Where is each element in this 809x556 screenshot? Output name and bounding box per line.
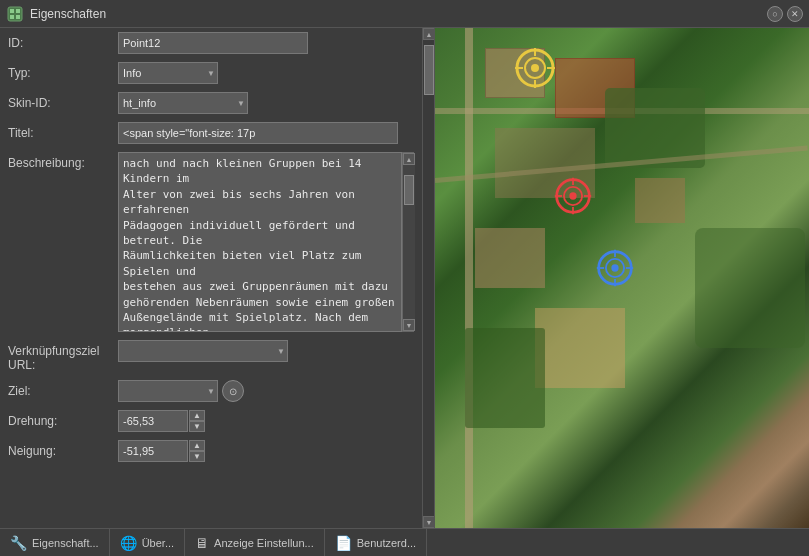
form-row-titel: Titel:: [0, 118, 422, 148]
control-drehung: ▲ ▼: [118, 410, 414, 432]
textarea-scrollbar: ▲ ▼: [402, 152, 414, 332]
control-ziel: ⊙: [118, 380, 414, 402]
left-panel: ID: Typ: Info Point Area: [0, 28, 435, 528]
skinid-select-wrapper: ht_info ht_point ht_area: [118, 92, 248, 114]
tab-anzeige[interactable]: 🖥 Anzeige Einstellun...: [185, 529, 325, 556]
tab-eigenschaften[interactable]: 🔧 Eigenschaft...: [0, 529, 110, 556]
minimize-button[interactable]: ○: [767, 6, 783, 22]
svg-rect-4: [16, 15, 20, 19]
titel-input[interactable]: [118, 122, 398, 144]
form-area: ID: Typ: Info Point Area: [0, 28, 422, 528]
form-row-typ: Typ: Info Point Area: [0, 58, 422, 88]
form-row-beschreibung: Beschreibung: nach und nach kleinen Grup…: [0, 148, 422, 336]
form-row-neigung: Neigung: ▲ ▼: [0, 436, 422, 466]
textarea-scroll-thumb[interactable]: [404, 175, 414, 205]
close-button[interactable]: ✕: [787, 6, 803, 22]
svg-point-14: [569, 192, 576, 199]
tab-ueber[interactable]: 🌐 Über...: [110, 529, 185, 556]
neigung-input[interactable]: [118, 440, 188, 462]
green-area-3: [695, 228, 805, 348]
ziel-circle-button[interactable]: ⊙: [222, 380, 244, 402]
svg-point-21: [611, 264, 618, 271]
building-5: [535, 308, 625, 388]
tab-eigenschaften-icon: 🔧: [10, 535, 27, 551]
svg-point-7: [531, 64, 539, 72]
control-neigung: ▲ ▼: [118, 440, 414, 462]
url-select-wrapper: [118, 340, 288, 362]
window-title: Eigenschaften: [30, 7, 767, 21]
svg-rect-2: [16, 9, 20, 13]
form-row-skinid: Skin-ID: ht_info ht_point ht_area: [0, 88, 422, 118]
label-url: Verknüpfungsziel URL:: [8, 340, 118, 372]
title-bar-controls: ○ ✕: [767, 6, 803, 22]
control-typ: Info Point Area: [118, 62, 414, 84]
typ-select[interactable]: Info Point Area: [118, 62, 218, 84]
control-titel: [118, 122, 414, 144]
neigung-up-btn[interactable]: ▲: [189, 440, 205, 451]
panel-scroll-track: [423, 40, 434, 516]
main-content: ID: Typ: Info Point Area: [0, 28, 809, 528]
drehung-down-btn[interactable]: ▼: [189, 421, 205, 432]
textarea-scroll-down[interactable]: ▼: [403, 319, 415, 331]
panel-scroll-up[interactable]: ▲: [423, 28, 434, 40]
neigung-spinner-btns: ▲ ▼: [189, 440, 205, 462]
tab-anzeige-label: Anzeige Einstellun...: [214, 537, 314, 549]
target-red-icon: [553, 176, 593, 216]
skinid-select[interactable]: ht_info ht_point ht_area: [118, 92, 248, 114]
beschreibung-textarea[interactable]: nach und nach kleinen Gruppen bei 14 Kin…: [118, 152, 402, 332]
panel-scroll-down[interactable]: ▼: [423, 516, 434, 528]
drehung-spinner-btns: ▲ ▼: [189, 410, 205, 432]
target-yellow-icon: [513, 46, 557, 90]
green-area-2: [465, 328, 545, 428]
label-neigung: Neigung:: [8, 440, 118, 458]
panel-scroll-thumb[interactable]: [424, 45, 434, 95]
tab-eigenschaften-label: Eigenschaft...: [32, 537, 99, 549]
textarea-scroll-up[interactable]: ▲: [403, 153, 415, 165]
title-bar: Eigenschaften ○ ✕: [0, 0, 809, 28]
label-beschreibung: Beschreibung:: [8, 152, 118, 170]
building-6: [635, 178, 685, 223]
neigung-down-btn[interactable]: ▼: [189, 451, 205, 462]
tab-benutzer-label: Benutzerd...: [357, 537, 416, 549]
drehung-input[interactable]: [118, 410, 188, 432]
target-blue-icon: [595, 248, 635, 288]
tab-ueber-icon: 🌐: [120, 535, 137, 551]
tab-anzeige-icon: 🖥: [195, 535, 209, 551]
tab-benutzer[interactable]: 📄 Benutzerd...: [325, 529, 427, 556]
building-4: [475, 228, 545, 288]
tab-ueber-label: Über...: [142, 537, 174, 549]
ziel-select-wrapper: [118, 380, 218, 402]
label-ziel: Ziel:: [8, 380, 118, 398]
label-typ: Typ:: [8, 62, 118, 80]
typ-select-wrapper: Info Point Area: [118, 62, 218, 84]
label-titel: Titel:: [8, 122, 118, 140]
map-background: [435, 28, 809, 528]
form-row-id: ID:: [0, 28, 422, 58]
control-beschreibung: nach und nach kleinen Gruppen bei 14 Kin…: [118, 152, 414, 332]
form-row-url: Verknüpfungsziel URL:: [0, 336, 422, 376]
svg-rect-1: [10, 9, 14, 13]
control-skinid: ht_info ht_point ht_area: [118, 92, 414, 114]
textarea-container: nach und nach kleinen Gruppen bei 14 Kin…: [118, 152, 414, 332]
map-panel: [435, 28, 809, 528]
url-select[interactable]: [118, 340, 288, 362]
svg-rect-3: [10, 15, 14, 19]
label-skinid: Skin-ID:: [8, 92, 118, 110]
control-url: [118, 340, 414, 362]
label-id: ID:: [8, 32, 118, 50]
title-bar-icon: [6, 5, 24, 23]
form-row-ziel: Ziel: ⊙: [0, 376, 422, 406]
drehung-up-btn[interactable]: ▲: [189, 410, 205, 421]
label-drehung: Drehung:: [8, 410, 118, 428]
neigung-spinner: ▲ ▼: [118, 440, 205, 462]
tab-benutzer-icon: 📄: [335, 535, 352, 551]
form-row-drehung: Drehung: ▲ ▼: [0, 406, 422, 436]
panel-scrollbar: ▲ ▼: [422, 28, 434, 528]
ziel-select[interactable]: [118, 380, 218, 402]
bottom-tabs: 🔧 Eigenschaft... 🌐 Über... 🖥 Anzeige Ein…: [0, 528, 809, 556]
textarea-scroll-track: [403, 165, 415, 319]
panel-with-scroll: ID: Typ: Info Point Area: [0, 28, 434, 528]
id-input[interactable]: [118, 32, 308, 54]
road-vertical: [465, 28, 473, 528]
drehung-spinner: ▲ ▼: [118, 410, 205, 432]
